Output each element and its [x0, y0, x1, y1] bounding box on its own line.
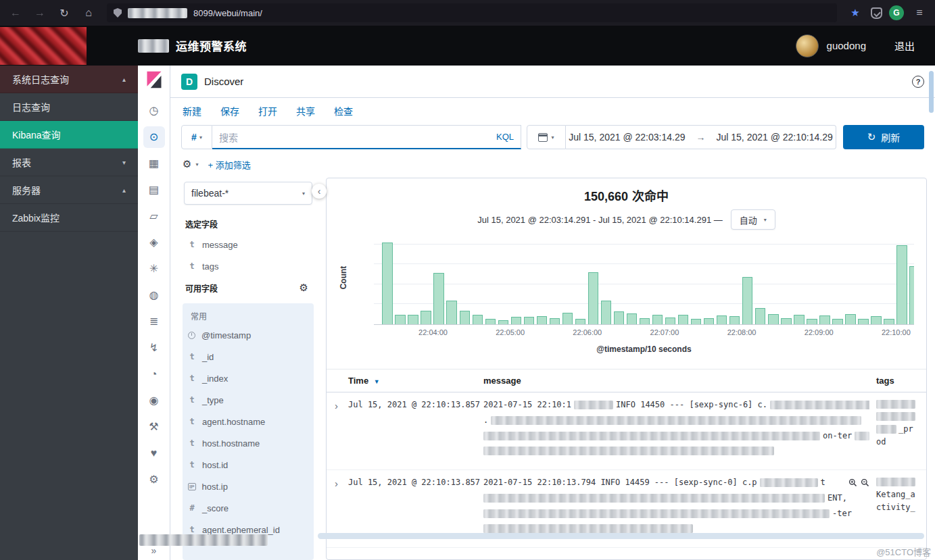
menu-share[interactable]: 共享: [296, 104, 315, 118]
histogram-bar[interactable]: [755, 308, 765, 324]
sidebar-item-servers[interactable]: 服务器▴: [0, 176, 138, 204]
filter-out-value-icon[interactable]: [861, 478, 869, 487]
menu-open[interactable]: 打开: [258, 104, 277, 118]
discover-icon[interactable]: ⊙: [143, 126, 165, 148]
menu-save[interactable]: 保存: [220, 104, 239, 118]
date-range[interactable]: Jul 15, 2021 @ 22:03:14.29 → Jul 15, 202…: [566, 125, 836, 149]
expand-row-icon[interactable]: ›: [335, 478, 338, 489]
histogram-bar[interactable]: [524, 317, 534, 324]
kql-toggle[interactable]: KQL: [496, 132, 514, 142]
sidebar-item-log-query[interactable]: 日志查询: [0, 93, 138, 121]
user-avatar[interactable]: [796, 34, 819, 57]
histogram-bar[interactable]: [807, 319, 817, 324]
kibana-logo[interactable]: [145, 70, 164, 89]
refresh-button[interactable]: ↻ 刷新: [843, 125, 924, 149]
recent-icon[interactable]: ◷: [143, 100, 165, 122]
histogram-bar[interactable]: [460, 311, 470, 324]
horizontal-scrollbar-thumb[interactable]: [318, 533, 924, 539]
uptime-icon[interactable]: ◔: [143, 363, 165, 385]
histogram-bar[interactable]: [768, 314, 778, 324]
date-to[interactable]: Jul 15, 2021 @ 22:10:14.29: [717, 132, 833, 143]
forward-icon[interactable]: →: [31, 7, 49, 19]
collapse-fields-button[interactable]: ‹: [312, 184, 327, 199]
histogram-bar[interactable]: [896, 245, 907, 324]
field-message[interactable]: tmessage: [183, 234, 314, 255]
apm-icon[interactable]: ↯: [143, 337, 165, 359]
vertical-scrollbar-thumb[interactable]: [929, 71, 934, 113]
field-hosthostname[interactable]: thost.hostname: [183, 432, 314, 454]
histogram-bar[interactable]: [408, 315, 418, 324]
histogram-bar[interactable]: [729, 316, 740, 324]
tags-column-header[interactable]: tags: [876, 376, 926, 386]
interval-select[interactable]: 自动 ▾: [731, 209, 775, 230]
sidebar-item-system-log-query[interactable]: 系统日志查询▴: [0, 66, 138, 93]
home-icon[interactable]: ⌂: [80, 7, 97, 19]
histogram-bar[interactable]: [652, 315, 663, 324]
histogram-bar[interactable]: [845, 314, 855, 324]
histogram-bar[interactable]: [819, 315, 830, 324]
message-column-header[interactable]: message: [483, 376, 876, 386]
histogram-bar[interactable]: [562, 313, 573, 324]
histogram-bar[interactable]: [794, 315, 804, 324]
histogram-bar[interactable]: [640, 318, 650, 324]
histogram-bar[interactable]: [781, 318, 791, 324]
field-agenthostname[interactable]: tagent.hostname: [183, 411, 314, 432]
histogram-bar[interactable]: [871, 316, 881, 324]
filter-settings-gear-icon[interactable]: ⚙: [183, 158, 191, 170]
histogram-bar[interactable]: [537, 316, 547, 324]
histogram-bar[interactable]: [575, 319, 585, 324]
histogram-bar[interactable]: [433, 273, 443, 324]
sidebar-item-reports[interactable]: 报表▾: [0, 149, 138, 176]
menu-inspect[interactable]: 检查: [334, 104, 353, 118]
fields-settings-gear-icon[interactable]: ⚙: [299, 282, 308, 294]
filter-for-value-icon[interactable]: [848, 478, 857, 487]
help-icon[interactable]: ?: [912, 76, 924, 88]
histogram-bar[interactable]: [614, 311, 624, 324]
machine-learning-icon[interactable]: ✳: [143, 258, 165, 280]
back-icon[interactable]: ←: [7, 7, 24, 19]
field-_type[interactable]: t_type: [183, 389, 314, 411]
histogram-bar[interactable]: [858, 319, 868, 324]
field-hostip[interactable]: IPhost.ip: [183, 476, 314, 497]
histogram-bar[interactable]: [473, 315, 483, 324]
histogram-bar[interactable]: [498, 320, 508, 324]
histogram-bar[interactable]: [665, 317, 675, 324]
tracking-protection-shield-icon[interactable]: [114, 8, 122, 18]
field-_score[interactable]: #_score: [183, 497, 314, 519]
histogram-bar[interactable]: [704, 318, 714, 324]
date-from[interactable]: Jul 15, 2021 @ 22:03:14.29: [569, 132, 685, 143]
expand-row-icon[interactable]: ›: [335, 400, 338, 411]
histogram-bar[interactable]: [678, 315, 688, 324]
sidebar-item-kibana-query[interactable]: Kibana查询: [0, 121, 138, 149]
stack-monitoring-icon[interactable]: ♥: [143, 442, 165, 464]
canvas-icon[interactable]: ▱: [143, 205, 165, 227]
histogram-bar[interactable]: [909, 266, 914, 324]
field-timestamp[interactable]: @timestamp: [183, 324, 314, 346]
management-icon[interactable]: ⚙: [143, 469, 165, 490]
histogram-bar[interactable]: [742, 277, 752, 324]
histogram-bar[interactable]: [511, 317, 521, 324]
histogram-bar[interactable]: [421, 311, 431, 324]
dashboard-icon[interactable]: ▤: [143, 179, 165, 201]
visualize-icon[interactable]: ▦: [143, 153, 165, 174]
time-column-header[interactable]: Time ▼: [348, 376, 483, 386]
histogram-bar[interactable]: [485, 319, 496, 324]
menu-new[interactable]: 新建: [183, 104, 201, 118]
histogram-bar[interactable]: [395, 315, 405, 324]
histogram-bar[interactable]: [550, 318, 560, 324]
date-picker-dropdown[interactable]: ▾: [527, 125, 566, 149]
histogram-bar[interactable]: [601, 301, 611, 324]
hamburger-menu-icon[interactable]: ≡: [911, 7, 928, 19]
logout-button[interactable]: 退出: [894, 39, 915, 53]
url-bar[interactable]: 8099/webui/main/: [107, 3, 837, 22]
sort-desc-icon[interactable]: ▼: [374, 378, 380, 385]
maps-icon[interactable]: ◈: [143, 232, 165, 253]
histogram-bar[interactable]: [382, 243, 392, 324]
add-filter-link[interactable]: + 添加筛选: [208, 158, 250, 171]
browser-profile-avatar[interactable]: G: [889, 5, 904, 20]
reload-icon[interactable]: ↻: [55, 7, 73, 20]
field-hostid[interactable]: thost.id: [183, 454, 314, 476]
histogram-bar[interactable]: [627, 313, 637, 324]
siem-icon[interactable]: ◉: [143, 390, 165, 411]
histogram-bar[interactable]: [717, 315, 727, 324]
